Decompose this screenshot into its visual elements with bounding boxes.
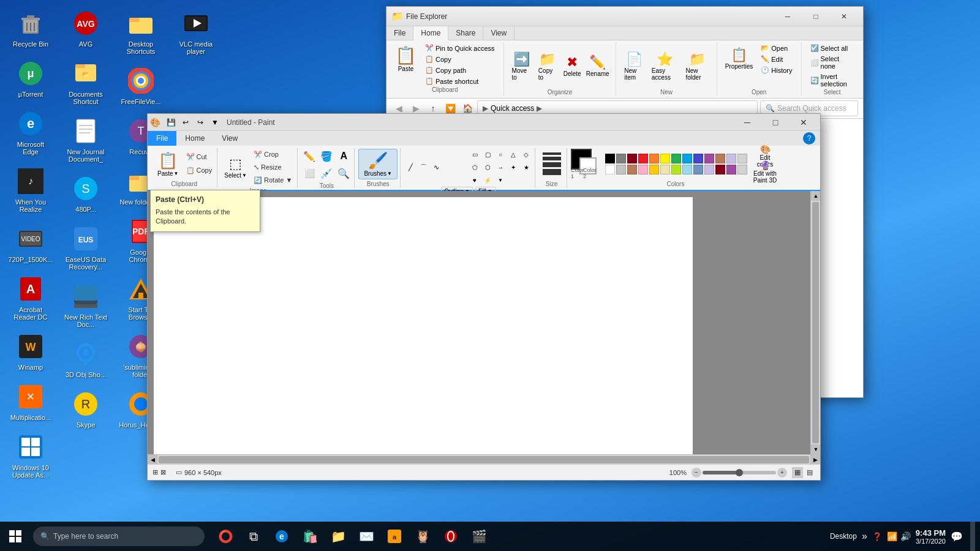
desktop-icon-acrobat[interactable]: A Acrobat Reader DC	[6, 272, 55, 323]
paint-lightning-btn[interactable]: ⚡	[481, 174, 494, 186]
paint-zoom-in-btn[interactable]: +	[777, 468, 787, 478]
paint-swatch-periwinkle[interactable]	[704, 165, 714, 174]
fe-rename-btn[interactable]: ✏️ Rename	[584, 51, 611, 81]
paint-rect-btn[interactable]: ▭	[469, 148, 481, 160]
paint-fill-btn[interactable]: 🪣	[318, 148, 334, 164]
taskbar-network-icon[interactable]: 📶	[887, 531, 897, 541]
paint-swatch-skyblue[interactable]	[682, 165, 692, 174]
paint-tab-file[interactable]: File	[148, 131, 176, 146]
file-explorer-maximize[interactable]: □	[802, 7, 830, 26]
taskbar-search-input[interactable]	[53, 532, 197, 541]
taskbar-desktop-label[interactable]: Desktop	[830, 532, 857, 541]
paint-swatch-silver[interactable]	[737, 165, 747, 174]
desktop-icon-documents-shortcut[interactable]: 📂 Documents Shortcut	[61, 56, 110, 108]
paint-redo-btn[interactable]: ↪	[194, 116, 207, 129]
paint-pencil-btn[interactable]: ✏️	[301, 148, 317, 164]
fe-tab-view[interactable]: View	[483, 26, 514, 40]
paint-view2-btn[interactable]: ▤	[804, 467, 815, 478]
fe-tab-file[interactable]: File	[386, 26, 413, 40]
paint-magnifier-btn[interactable]: 🔍	[336, 165, 352, 181]
desktop-icon-windows10[interactable]: Windows 10 Update As...	[6, 430, 55, 481]
paint-vscrollbar[interactable]: ▲ ▼	[810, 191, 820, 454]
paint-hscrollbar[interactable]: ◀ ▶	[148, 454, 820, 464]
paint-tab-view[interactable]: View	[213, 131, 246, 146]
paint-swatch-green[interactable]	[671, 154, 681, 163]
desktop-icon-new-folder3[interactable]: Desktop Shortcuts	[116, 6, 165, 58]
fe-selectnone-btn[interactable]: ⬜ Select none	[807, 54, 858, 71]
paint-help-btn[interactable]: ?	[803, 132, 815, 144]
desktop-icon-chrome[interactable]: FreeFileVie...	[116, 64, 165, 108]
fe-easyon-btn[interactable]: ⭐ Easy access	[649, 51, 682, 81]
paint-resize-btn[interactable]: ⤡ Resize	[251, 161, 295, 173]
desktop-icon-winamp[interactable]: W Winamp	[6, 329, 55, 373]
paint-swatch-maroon[interactable]	[715, 165, 725, 174]
paint-hscroll-thumb[interactable]	[159, 456, 809, 463]
paint-close-btn[interactable]: ✕	[790, 113, 818, 132]
paint-swatch-lime[interactable]	[671, 165, 681, 174]
paint-line3-btn[interactable]: ∿	[430, 161, 442, 173]
paint-canvas[interactable]	[154, 197, 693, 454]
paint-swatch-steelblue[interactable]	[693, 165, 703, 174]
taskbar-show-desktop-btn[interactable]	[970, 522, 975, 551]
paint-ellipse-btn[interactable]: ○	[494, 148, 507, 160]
paint-paint3d-btn[interactable]: 🔮 Edit with Paint 3D	[750, 165, 780, 179]
fe-delete-btn[interactable]: ✖ Delete	[561, 51, 583, 81]
fe-tab-share[interactable]: Share	[448, 26, 483, 40]
desktop-icon-utorrent[interactable]: μ µTorrent	[6, 56, 55, 100]
paint-hexagon-btn[interactable]: ⬡	[481, 161, 494, 173]
fe-edit-btn[interactable]: ✏️ Edit	[757, 54, 796, 64]
fe-open-btn[interactable]: 📂 Open	[757, 43, 796, 53]
paint-size1-btn[interactable]	[543, 152, 561, 155]
taskbar-store-btn[interactable]: 🛍️	[296, 523, 323, 550]
paint-line1-btn[interactable]: ╱	[404, 161, 417, 173]
paint-line2-btn[interactable]: ⌒	[417, 161, 429, 173]
desktop-icon-edge[interactable]: e Microsoft Edge	[6, 107, 55, 158]
paint-swatch-purple[interactable]	[704, 154, 714, 163]
paint-swatch-brown[interactable]	[715, 154, 725, 163]
paint-star5-btn[interactable]: ★	[520, 161, 532, 173]
taskbar-task-view-btn[interactable]: ⧉	[240, 523, 267, 550]
paint-cut-btn[interactable]: ✂️ Cut	[184, 151, 215, 163]
fe-newfolder-btn[interactable]: 📁 New folder	[682, 51, 711, 81]
paint-triangle-btn[interactable]: △	[507, 148, 519, 160]
paint-roundrect-btn[interactable]: ▢	[481, 148, 494, 160]
paint-swatch-lavender[interactable]	[726, 154, 736, 163]
paint-zoom-thumb[interactable]	[736, 469, 743, 476]
paint-paste-btn[interactable]: 📋 Paste ▼	[154, 150, 183, 178]
taskbar-search[interactable]: 🔍	[33, 527, 205, 546]
fe-newitem-btn[interactable]: 📄 New item	[621, 51, 647, 81]
paint-swatch-orange[interactable]	[649, 154, 659, 163]
paint-swatch-black[interactable]	[605, 154, 615, 163]
desktop-icon-avg[interactable]: AVG AVG	[61, 6, 110, 50]
desktop-icon-skype[interactable]: S 480P...	[61, 171, 110, 216]
paint-swatch-violet[interactable]	[726, 165, 736, 174]
paint-qat-dropdown[interactable]: ▼	[208, 116, 222, 129]
paint-diamond-btn[interactable]: ◇	[520, 148, 532, 160]
fe-copyto-btn[interactable]: 📁 Copy to	[535, 51, 560, 81]
paint-size3-btn[interactable]	[543, 162, 561, 167]
fe-cut-btn[interactable]: ✂️ Pin to Quick access	[421, 43, 499, 53]
paint-swatch-white[interactable]	[605, 165, 615, 174]
taskbar-help-icon[interactable]: ❓	[872, 532, 882, 541]
taskbar-explorer-btn[interactable]: 📁	[325, 523, 352, 550]
paint-swatch-gray75[interactable]	[616, 165, 626, 174]
taskbar-cortana-btn[interactable]: ⭕	[212, 523, 239, 550]
desktop-icon-multiplication[interactable]: × Multiplicatio...	[6, 380, 55, 424]
taskbar-volume-icon[interactable]: 🔊	[900, 531, 911, 541]
paint-text-btn[interactable]: A	[336, 148, 352, 164]
fe-paste-btn[interactable]: 📋 Paste	[391, 43, 420, 75]
paint-minimize-btn[interactable]: ─	[733, 113, 761, 132]
paint-swatch-cream[interactable]	[660, 165, 670, 174]
paint-zoom-slider[interactable]	[703, 471, 776, 474]
paint-pentagon-btn[interactable]: ⬠	[469, 161, 481, 173]
fe-selectall-btn[interactable]: ☑️ Select all	[807, 43, 858, 53]
desktop-icon-freefileview[interactable]: 3D Obj Sho...	[61, 337, 110, 381]
taskbar-amazon-btn[interactable]: a	[381, 523, 408, 550]
desktop-icon-720p[interactable]: VIDEO 720P_1500K...	[6, 222, 55, 266]
paint-swatch-yellow[interactable]	[660, 154, 670, 163]
paint-scroll-right-btn[interactable]: ▶	[810, 455, 820, 464]
file-explorer-minimize[interactable]: ─	[774, 7, 802, 26]
paint-shapes-more-btn[interactable]: ▼	[494, 174, 507, 186]
paint-colorpicker-btn[interactable]: 💉	[318, 165, 334, 181]
paint-brushes-btn[interactable]: 🖌️ Brushes ▼	[358, 149, 398, 179]
